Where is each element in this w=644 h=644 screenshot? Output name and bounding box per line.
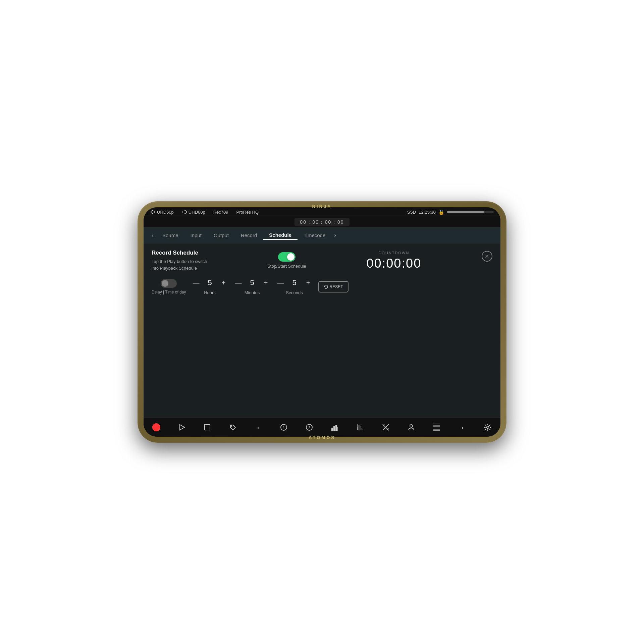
svg-marker-1 xyxy=(183,210,187,214)
timecode-bar: 00 : 00 : 00 : 00 xyxy=(144,217,500,227)
svg-rect-12 xyxy=(337,427,338,431)
record-circle xyxy=(152,423,160,431)
settings-icon xyxy=(484,424,491,431)
svg-rect-10 xyxy=(333,426,335,431)
svg-text:1: 1 xyxy=(283,426,285,430)
colorspace-label: Rec709 xyxy=(213,210,228,215)
start-stop-section: Stop/Start Schedule xyxy=(267,250,306,269)
timecode-display: 00 : 00 : 00 : 00 xyxy=(294,218,349,226)
delay-toggle[interactable] xyxy=(161,279,177,288)
reset-icon xyxy=(324,284,328,289)
minutes-label: Minutes xyxy=(245,290,260,295)
svg-text:2: 2 xyxy=(308,426,310,430)
zoom1-icon: 1 xyxy=(280,424,287,431)
play-button[interactable] xyxy=(176,421,188,433)
svg-rect-9 xyxy=(331,428,333,431)
codec-label: ProRes HQ xyxy=(236,210,259,215)
minutes-plus[interactable]: + xyxy=(261,278,271,287)
svg-rect-3 xyxy=(205,425,210,430)
tab-source[interactable]: Source xyxy=(156,231,184,239)
seconds-label: Seconds xyxy=(286,290,303,295)
reset-label: RESET xyxy=(330,284,343,289)
output-status: UHD60p xyxy=(182,210,205,215)
svg-rect-11 xyxy=(335,425,337,431)
waveform-button[interactable] xyxy=(329,421,341,433)
stop-icon xyxy=(204,424,211,431)
device-wrapper: NINJA ATOMOS UHD60p UHD60p xyxy=(138,201,506,443)
svg-marker-2 xyxy=(180,425,184,430)
zoom2-button[interactable]: 2 xyxy=(303,421,315,433)
hours-label: Hours xyxy=(204,290,216,295)
tab-schedule[interactable]: Schedule xyxy=(263,231,298,240)
hours-minus[interactable]: — xyxy=(192,278,201,287)
record-button[interactable] xyxy=(150,421,162,433)
bottom-toolbar: ‹ 1 2 xyxy=(144,418,500,437)
lock-icon: 🔒 xyxy=(438,209,444,215)
codec-status: ProRes HQ xyxy=(236,210,259,215)
toggle-knob xyxy=(287,253,294,261)
person-icon xyxy=(408,424,415,431)
delay-section: Delay | Time of day xyxy=(152,279,186,294)
status-left: UHD60p UHD60p Rec709 ProRes HQ xyxy=(150,210,259,215)
storage-type: SSD xyxy=(407,210,416,215)
hours-value: 5 xyxy=(205,278,215,287)
close-button[interactable]: ✕ xyxy=(482,251,492,262)
stop-button[interactable] xyxy=(201,421,213,433)
desc-line2: into Playback Schedule xyxy=(152,266,197,271)
hours-control: — 5 + Hours xyxy=(192,278,228,295)
settings-button[interactable] xyxy=(482,421,494,433)
histogram-icon xyxy=(357,424,364,431)
schedule-title: Record Schedule xyxy=(152,250,207,256)
minutes-minus[interactable]: — xyxy=(234,278,243,287)
nav-next-arrow[interactable]: › xyxy=(331,232,339,239)
output-icon xyxy=(182,210,187,214)
more-button[interactable]: › xyxy=(456,421,468,433)
storage-time: 12:25:30 xyxy=(419,210,436,215)
minutes-control: — 5 + Minutes xyxy=(234,278,271,295)
start-stop-toggle[interactable] xyxy=(278,252,296,262)
desc-line1: Tap the Play button to switch xyxy=(152,259,207,264)
storage-progress xyxy=(447,211,494,213)
delay-label: Delay | Time of day xyxy=(152,290,186,294)
brand-top-label: NINJA xyxy=(312,204,332,209)
tab-input[interactable]: Input xyxy=(184,231,208,239)
seconds-minus[interactable]: — xyxy=(276,278,285,287)
schedule-info: Record Schedule Tap the Play button to s… xyxy=(152,250,207,271)
seconds-control: — 5 + Seconds xyxy=(276,278,313,295)
seconds-row: — 5 + xyxy=(276,278,313,287)
histogram-button[interactable] xyxy=(354,421,366,433)
tab-record[interactable]: Record xyxy=(235,231,263,239)
output-label: UHD60p xyxy=(189,210,205,215)
person-button[interactable] xyxy=(405,421,417,433)
hours-plus[interactable]: + xyxy=(219,278,228,287)
hours-row: — 5 + xyxy=(192,278,228,287)
input-status: UHD60p xyxy=(150,210,174,215)
tab-output[interactable]: Output xyxy=(208,231,235,239)
svg-point-4 xyxy=(231,426,232,427)
prev-button[interactable]: ‹ xyxy=(252,421,264,433)
svg-point-24 xyxy=(410,425,413,427)
countdown-section: COUNTDOWN 00:00:00 xyxy=(366,250,421,271)
zoom1-button[interactable]: 1 xyxy=(278,421,290,433)
reset-button[interactable]: RESET xyxy=(318,281,348,292)
input-label: UHD60p xyxy=(157,210,174,215)
svg-point-31 xyxy=(487,426,489,429)
main-content: Record Schedule Tap the Play button to s… xyxy=(144,244,500,418)
minutes-value: 5 xyxy=(247,278,257,287)
waveform-icon xyxy=(331,424,338,431)
zoom2-icon: 2 xyxy=(306,424,313,431)
status-right: SSD 12:25:30 🔒 xyxy=(407,209,494,215)
storage-fill xyxy=(447,211,484,213)
grid-icon xyxy=(433,424,440,431)
storage-label: SSD 12:25:30 xyxy=(407,210,436,215)
crosshair-button[interactable] xyxy=(380,421,392,433)
grid-button[interactable] xyxy=(431,421,443,433)
seconds-plus[interactable]: + xyxy=(304,278,313,287)
tag-button[interactable] xyxy=(227,421,239,433)
countdown-label: COUNTDOWN xyxy=(366,251,421,255)
nav-prev-arrow[interactable]: ‹ xyxy=(149,232,156,239)
delay-knob xyxy=(162,280,168,287)
crosshair-icon xyxy=(382,424,389,431)
tab-timecode[interactable]: Timecode xyxy=(298,231,331,239)
svg-marker-0 xyxy=(151,210,155,214)
